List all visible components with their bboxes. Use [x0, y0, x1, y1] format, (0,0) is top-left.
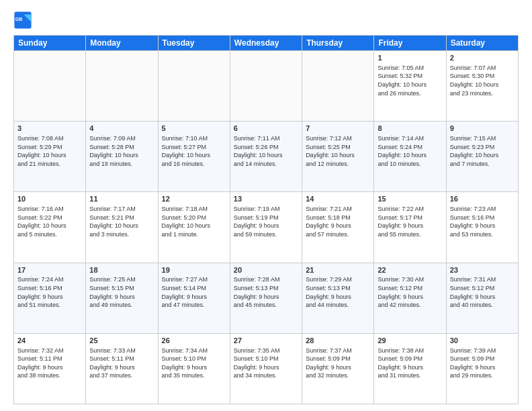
calendar-cell: 15Sunrise: 7:22 AMSunset: 5:17 PMDayligh…	[374, 192, 446, 263]
day-info: Sunrise: 7:05 AMSunset: 5:32 PMDaylight:…	[378, 64, 442, 97]
day-info: Sunrise: 7:27 AMSunset: 5:14 PMDaylight:…	[162, 275, 226, 309]
day-info: Sunrise: 7:08 AMSunset: 5:29 PMDaylight:…	[17, 134, 82, 168]
calendar-cell	[14, 51, 86, 122]
calendar-cell: 30Sunrise: 7:39 AMSunset: 5:09 PMDayligh…	[446, 333, 518, 404]
calendar-week-3: 10Sunrise: 7:16 AMSunset: 5:22 PMDayligh…	[14, 192, 519, 263]
calendar-cell: 27Sunrise: 7:35 AMSunset: 5:10 PMDayligh…	[230, 333, 302, 404]
day-number: 27	[234, 336, 298, 346]
day-number: 11	[89, 194, 154, 204]
day-info: Sunrise: 7:14 AMSunset: 5:24 PMDaylight:…	[378, 134, 442, 168]
day-number: 5	[162, 124, 226, 134]
calendar-cell: 22Sunrise: 7:30 AMSunset: 5:12 PMDayligh…	[374, 263, 446, 333]
calendar-cell	[158, 51, 230, 122]
day-info: Sunrise: 7:19 AMSunset: 5:19 PMDaylight:…	[234, 205, 298, 238]
day-number: 25	[89, 336, 154, 346]
day-number: 12	[162, 194, 226, 204]
day-info: Sunrise: 7:10 AMSunset: 5:27 PMDaylight:…	[162, 134, 226, 168]
day-info: Sunrise: 7:38 AMSunset: 5:09 PMDaylight:…	[378, 347, 442, 380]
day-number: 9	[450, 124, 515, 134]
calendar-cell	[230, 51, 302, 122]
calendar-cell: 25Sunrise: 7:33 AMSunset: 5:11 PMDayligh…	[86, 333, 158, 404]
day-info: Sunrise: 7:31 AMSunset: 5:12 PMDaylight:…	[450, 275, 515, 309]
day-info: Sunrise: 7:17 AMSunset: 5:21 PMDaylight:…	[89, 205, 154, 238]
day-number: 6	[234, 124, 298, 134]
calendar-cell: 3Sunrise: 7:08 AMSunset: 5:29 PMDaylight…	[14, 122, 86, 192]
header: GB	[13, 11, 519, 30]
day-info: Sunrise: 7:33 AMSunset: 5:11 PMDaylight:…	[89, 347, 154, 380]
day-number: 10	[17, 194, 82, 204]
calendar-header-row: SundayMondayTuesdayWednesdayThursdayFrid…	[14, 36, 519, 51]
calendar-cell: 23Sunrise: 7:31 AMSunset: 5:12 PMDayligh…	[446, 263, 518, 333]
day-number: 20	[234, 265, 298, 275]
weekday-header-wednesday: Wednesday	[230, 36, 302, 51]
day-info: Sunrise: 7:35 AMSunset: 5:10 PMDaylight:…	[234, 347, 298, 380]
calendar: SundayMondayTuesdayWednesdayThursdayFrid…	[13, 35, 519, 404]
calendar-cell: 28Sunrise: 7:37 AMSunset: 5:09 PMDayligh…	[302, 333, 374, 404]
day-number: 29	[378, 336, 442, 346]
calendar-cell: 19Sunrise: 7:27 AMSunset: 5:14 PMDayligh…	[158, 263, 230, 333]
day-info: Sunrise: 7:25 AMSunset: 5:15 PMDaylight:…	[89, 275, 154, 309]
day-info: Sunrise: 7:15 AMSunset: 5:23 PMDaylight:…	[450, 134, 515, 168]
day-info: Sunrise: 7:32 AMSunset: 5:11 PMDaylight:…	[17, 347, 82, 380]
day-number: 15	[378, 194, 442, 204]
day-number: 18	[89, 265, 154, 275]
day-number: 21	[306, 265, 370, 275]
logo-icon: GB	[13, 11, 32, 30]
calendar-cell: 11Sunrise: 7:17 AMSunset: 5:21 PMDayligh…	[86, 192, 158, 263]
calendar-cell: 24Sunrise: 7:32 AMSunset: 5:11 PMDayligh…	[14, 333, 86, 404]
day-info: Sunrise: 7:12 AMSunset: 5:25 PMDaylight:…	[306, 134, 370, 168]
day-info: Sunrise: 7:16 AMSunset: 5:22 PMDaylight:…	[17, 205, 82, 238]
day-number: 3	[17, 124, 82, 134]
day-number: 8	[378, 124, 442, 134]
weekday-header-tuesday: Tuesday	[158, 36, 230, 51]
calendar-cell	[302, 51, 374, 122]
day-info: Sunrise: 7:21 AMSunset: 5:18 PMDaylight:…	[306, 205, 370, 238]
weekday-header-friday: Friday	[374, 36, 446, 51]
day-info: Sunrise: 7:22 AMSunset: 5:17 PMDaylight:…	[378, 205, 442, 238]
day-info: Sunrise: 7:07 AMSunset: 5:30 PMDaylight:…	[450, 64, 515, 97]
calendar-cell: 17Sunrise: 7:24 AMSunset: 5:16 PMDayligh…	[14, 263, 86, 333]
calendar-cell: 2Sunrise: 7:07 AMSunset: 5:30 PMDaylight…	[446, 51, 518, 122]
day-info: Sunrise: 7:24 AMSunset: 5:16 PMDaylight:…	[17, 275, 82, 309]
calendar-cell: 18Sunrise: 7:25 AMSunset: 5:15 PMDayligh…	[86, 263, 158, 333]
day-info: Sunrise: 7:28 AMSunset: 5:13 PMDaylight:…	[234, 275, 298, 309]
day-info: Sunrise: 7:34 AMSunset: 5:10 PMDaylight:…	[162, 347, 226, 380]
calendar-cell: 12Sunrise: 7:18 AMSunset: 5:20 PMDayligh…	[158, 192, 230, 263]
weekday-header-saturday: Saturday	[446, 36, 518, 51]
calendar-cell: 6Sunrise: 7:11 AMSunset: 5:26 PMDaylight…	[230, 122, 302, 192]
calendar-week-5: 24Sunrise: 7:32 AMSunset: 5:11 PMDayligh…	[14, 333, 519, 404]
day-number: 7	[306, 124, 370, 134]
day-info: Sunrise: 7:37 AMSunset: 5:09 PMDaylight:…	[306, 347, 370, 380]
day-number: 22	[378, 265, 442, 275]
page: GB SundayMondayTuesdayWednesdayThursdayF…	[0, 0, 532, 411]
day-number: 30	[450, 336, 515, 346]
calendar-cell: 14Sunrise: 7:21 AMSunset: 5:18 PMDayligh…	[302, 192, 374, 263]
weekday-header-thursday: Thursday	[302, 36, 374, 51]
day-number: 23	[450, 265, 515, 275]
calendar-cell	[86, 51, 158, 122]
calendar-cell: 10Sunrise: 7:16 AMSunset: 5:22 PMDayligh…	[14, 192, 86, 263]
day-number: 13	[234, 194, 298, 204]
calendar-cell: 21Sunrise: 7:29 AMSunset: 5:13 PMDayligh…	[302, 263, 374, 333]
calendar-week-4: 17Sunrise: 7:24 AMSunset: 5:16 PMDayligh…	[14, 263, 519, 333]
calendar-week-1: 1Sunrise: 7:05 AMSunset: 5:32 PMDaylight…	[14, 51, 519, 122]
day-info: Sunrise: 7:11 AMSunset: 5:26 PMDaylight:…	[234, 134, 298, 168]
calendar-cell: 20Sunrise: 7:28 AMSunset: 5:13 PMDayligh…	[230, 263, 302, 333]
calendar-cell: 4Sunrise: 7:09 AMSunset: 5:28 PMDaylight…	[86, 122, 158, 192]
day-number: 26	[162, 336, 226, 346]
calendar-cell: 8Sunrise: 7:14 AMSunset: 5:24 PMDaylight…	[374, 122, 446, 192]
day-number: 28	[306, 336, 370, 346]
svg-text:GB: GB	[15, 17, 23, 21]
day-number: 16	[450, 194, 515, 204]
day-number: 19	[162, 265, 226, 275]
day-info: Sunrise: 7:09 AMSunset: 5:28 PMDaylight:…	[89, 134, 154, 168]
calendar-cell: 16Sunrise: 7:23 AMSunset: 5:16 PMDayligh…	[446, 192, 518, 263]
calendar-cell: 13Sunrise: 7:19 AMSunset: 5:19 PMDayligh…	[230, 192, 302, 263]
calendar-week-2: 3Sunrise: 7:08 AMSunset: 5:29 PMDaylight…	[14, 122, 519, 192]
day-info: Sunrise: 7:30 AMSunset: 5:12 PMDaylight:…	[378, 275, 442, 309]
day-number: 17	[17, 265, 82, 275]
logo: GB	[13, 11, 35, 30]
calendar-cell: 1Sunrise: 7:05 AMSunset: 5:32 PMDaylight…	[374, 51, 446, 122]
day-number: 4	[89, 124, 154, 134]
day-number: 2	[450, 53, 515, 63]
